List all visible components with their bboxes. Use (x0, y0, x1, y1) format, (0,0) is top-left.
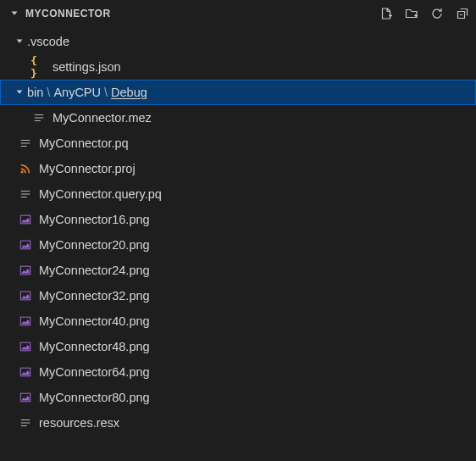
new-folder-button[interactable] (403, 5, 420, 22)
file-myconnector48-png[interactable]: MyConnector48.png (0, 334, 476, 359)
file-myconnector64-png[interactable]: MyConnector64.png (0, 359, 476, 385)
new-file-button[interactable] (378, 5, 395, 22)
file-label: MyConnector32.png (39, 289, 150, 303)
file-label: MyConnector64.png (39, 365, 150, 379)
explorer-title: MYCONNECTOR (25, 8, 111, 19)
image-icon (17, 211, 34, 228)
file-icon (17, 186, 34, 203)
breadcrumb-separator: \ (43, 86, 53, 99)
file-icon (17, 135, 34, 152)
file-tree: .vscode { } settings.json bin\AnyCPU\Deb… (0, 27, 476, 436)
file-label: MyConnector48.png (39, 340, 150, 353)
svg-point-0 (20, 170, 23, 173)
file-label: MyConnector20.png (39, 238, 150, 252)
file-myconnector-proj[interactable]: MyConnector.proj (0, 156, 476, 181)
rss-icon (17, 160, 34, 177)
explorer-actions (378, 5, 471, 22)
file-myconnector80-png[interactable]: MyConnector80.png (0, 385, 476, 410)
file-label: MyConnector.query.pq (39, 187, 162, 201)
image-icon (17, 338, 34, 355)
breadcrumb-part: AnyCPU (53, 86, 101, 99)
file-icon (17, 414, 34, 431)
folder-label: .vscode (27, 35, 69, 48)
chevron-down-icon (12, 34, 27, 49)
file-label: settings.json (53, 60, 121, 74)
file-myconnector-mez[interactable]: MyConnector.mez (0, 105, 476, 131)
file-icon (30, 109, 47, 126)
refresh-button[interactable] (429, 5, 446, 22)
folder-vscode[interactable]: .vscode (0, 29, 476, 54)
image-icon (17, 236, 34, 253)
file-myconnector32-png[interactable]: MyConnector32.png (0, 283, 476, 308)
file-label: MyConnector.mez (53, 111, 152, 125)
file-label: MyConnector.proj (39, 162, 136, 175)
file-label: MyConnector16.png (39, 213, 150, 226)
breadcrumb-separator: \ (101, 86, 111, 99)
file-myconnector-query-pq[interactable]: MyConnector.query.pq (0, 181, 476, 207)
breadcrumb: bin\AnyCPU\Debug (27, 86, 147, 99)
explorer-header: MYCONNECTOR (0, 0, 476, 27)
chevron-down-icon (12, 85, 27, 100)
json-icon: { } (30, 58, 47, 75)
image-icon (17, 389, 34, 406)
file-myconnector40-png[interactable]: MyConnector40.png (0, 308, 476, 334)
image-icon (17, 313, 34, 330)
file-settings-json[interactable]: { } settings.json (0, 54, 476, 80)
collapse-all-button[interactable] (454, 5, 471, 22)
file-label: MyConnector80.png (39, 391, 150, 404)
folder-bin-anycpu-debug[interactable]: bin\AnyCPU\Debug (0, 80, 476, 105)
file-resources-resx[interactable]: resources.resx (0, 410, 476, 436)
image-icon (17, 364, 34, 380)
image-icon (17, 262, 34, 279)
file-label: MyConnector40.png (39, 314, 150, 328)
file-myconnector16-png[interactable]: MyConnector16.png (0, 207, 476, 232)
file-myconnector24-png[interactable]: MyConnector24.png (0, 258, 476, 283)
chevron-down-icon (7, 6, 22, 21)
image-icon (17, 287, 34, 304)
file-label: resources.resx (39, 416, 119, 430)
breadcrumb-part-current: Debug (111, 86, 147, 99)
explorer-title-container[interactable]: MYCONNECTOR (7, 6, 378, 21)
file-myconnector20-png[interactable]: MyConnector20.png (0, 232, 476, 258)
file-label: MyConnector24.png (39, 264, 150, 277)
breadcrumb-part: bin (27, 86, 43, 99)
file-label: MyConnector.pq (39, 136, 129, 150)
file-myconnector-pq[interactable]: MyConnector.pq (0, 131, 476, 156)
